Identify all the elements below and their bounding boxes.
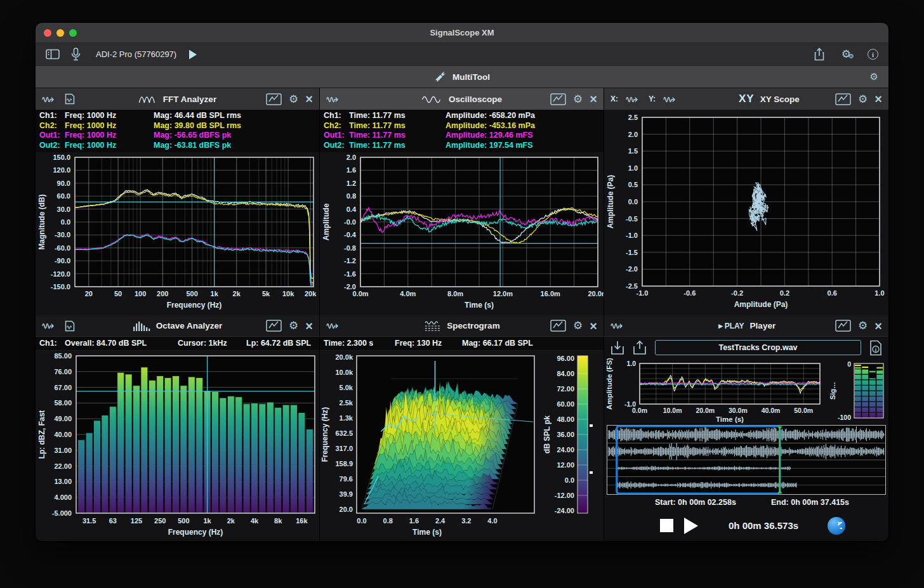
signal-source-icon[interactable]: [42, 321, 57, 330]
loop-button[interactable]: [828, 517, 845, 535]
stop-button[interactable]: [660, 519, 673, 532]
svg-text:16.0m: 16.0m: [541, 290, 560, 297]
svg-text:20.0m: 20.0m: [696, 407, 715, 414]
svg-text:49.00: 49.00: [54, 415, 72, 422]
svg-text:Magnitude (dB): Magnitude (dB): [37, 194, 46, 249]
svg-text:4.0: 4.0: [487, 517, 497, 525]
play-button[interactable]: [684, 518, 698, 534]
panel-player: ►PLAY Player ⚙ × TestTracks Crop.wav i: [604, 315, 888, 541]
sidebar-toggle-icon[interactable]: [46, 49, 60, 60]
panel-spectrogram: Spectrogram ⚙ × Time: 2.300 s Freq: 130 …: [320, 315, 604, 541]
minimize-window-button[interactable]: [56, 29, 64, 37]
octave-header: Octave Analyzer ⚙ ×: [36, 315, 319, 337]
octave-readout: Ch1: Overall: 84.70 dB SPL Cursor: 1kHz …: [36, 337, 319, 351]
signal-source-icon[interactable]: [42, 95, 57, 104]
plot-options-button[interactable]: [550, 320, 566, 332]
oscilloscope-chart[interactable]: -2.0-1.6-1.2-0.8-0.4-0.00.40.81.21.62.00…: [320, 152, 604, 315]
svg-text:100: 100: [135, 290, 146, 297]
input-device-label[interactable]: ADI-2 Pro (57760297): [96, 49, 176, 59]
svg-text:1k: 1k: [211, 290, 219, 297]
signal-source-icon[interactable]: [326, 321, 341, 330]
plot-options-button[interactable]: [266, 93, 282, 105]
y-signal-source-icon[interactable]: [663, 95, 678, 104]
oscilloscope-readouts: Ch1:Time: 11.77 msAmplitude: -658.20 mPa…: [320, 110, 604, 152]
octave-chart[interactable]: 85.0076.0067.0058.0049.0040.0031.0022.00…: [36, 351, 319, 541]
start-analyzer-play-icon[interactable]: [188, 49, 198, 60]
xy-settings-icon[interactable]: ⚙: [858, 94, 868, 105]
readout-row: Ch2:Time: 11.77 msAmplitude: -453.16 mPa: [324, 121, 600, 131]
svg-text:Amplitude (Pa): Amplitude (Pa): [606, 175, 615, 229]
oscilloscope-settings-icon[interactable]: ⚙: [573, 94, 583, 105]
svg-text:2.0: 2.0: [346, 154, 356, 161]
player-close-icon[interactable]: ×: [874, 320, 882, 332]
plot-options-button[interactable]: [266, 320, 282, 332]
info-icon[interactable]: i: [868, 49, 878, 60]
svg-text:84.00: 84.00: [557, 370, 574, 377]
window-title: SignalScope XM: [36, 28, 888, 37]
svg-text:0.5: 0.5: [628, 181, 638, 188]
plot-options-button[interactable]: [835, 93, 851, 105]
main-toolbar: ADI-2 Pro (57760297) ⚙⚙ i: [36, 43, 888, 66]
panel-xy-scope: X: Y: XY XY Scope ⚙ × -2.5-2.: [604, 88, 888, 315]
plot-options-button[interactable]: [835, 320, 851, 332]
spectrogram-settings-icon[interactable]: ⚙: [573, 320, 583, 331]
fft-close-icon[interactable]: ×: [305, 93, 313, 105]
svg-text:120.0: 120.0: [53, 166, 70, 174]
svg-text:8k: 8k: [274, 517, 282, 525]
xy-chart[interactable]: -2.5-2.0-1.5-1.0-0.50.00.51.01.52.02.5-1…: [604, 110, 888, 315]
fft-readouts: Ch1:Freq: 1000 HzMag: 46.44 dB SPL rmsCh…: [36, 110, 319, 152]
window-controls: [44, 29, 77, 37]
fft-header: FFT Analyzer ⚙ ×: [36, 88, 319, 110]
octave-close-icon[interactable]: ×: [305, 320, 313, 332]
export-file-icon[interactable]: [633, 340, 647, 355]
fft-settings-icon[interactable]: ⚙: [289, 94, 298, 105]
svg-text:12.0m: 12.0m: [493, 290, 513, 297]
readout-row: Ch1:Time: 11.77 msAmplitude: -658.20 mPa: [324, 111, 600, 121]
octave-readout-overall: Overall: 84.70 dB SPL: [65, 338, 178, 348]
svg-text:58.00: 58.00: [54, 399, 72, 407]
data-recorder-icon[interactable]: [65, 93, 75, 105]
player-header: ►PLAY Player ⚙ ×: [604, 315, 888, 337]
spectrogram-close-icon[interactable]: ×: [590, 320, 597, 332]
svg-text:0: 0: [847, 360, 851, 368]
microphone-icon[interactable]: [71, 48, 81, 62]
share-icon[interactable]: [814, 48, 825, 61]
close-window-button[interactable]: [44, 29, 51, 37]
file-info-icon[interactable]: i: [869, 340, 882, 356]
svg-text:2.4: 2.4: [435, 517, 446, 525]
multitool-settings-icon[interactable]: ⚙: [870, 72, 878, 82]
plot-options-button[interactable]: [550, 93, 566, 105]
octave-title: Octave Analyzer: [133, 321, 223, 331]
readout-row: Out1:Time: 11.77 msAmplitude: 129.46 mFS: [324, 131, 600, 141]
spectrogram-chart[interactable]: 20.0k10.0k5.0k2.5k1.3k632.5317.0158.979.…: [320, 351, 604, 541]
import-file-icon[interactable]: [610, 340, 624, 355]
loaded-file-name[interactable]: TestTracks Crop.wav: [655, 340, 861, 355]
svg-text:-150.0: -150.0: [51, 283, 70, 291]
signal-source-icon[interactable]: [610, 321, 626, 330]
player-waveform-overview[interactable]: [607, 425, 886, 495]
xy-close-icon[interactable]: ×: [874, 93, 882, 105]
selection-end-label: End: 0h 00m 37.415s: [771, 498, 849, 507]
svg-text:0.8: 0.8: [383, 517, 393, 525]
svg-text:-100: -100: [838, 414, 851, 421]
svg-text:22.00: 22.00: [54, 462, 72, 470]
oscilloscope-header: Oscilloscope ⚙ ×: [320, 88, 604, 110]
svg-text:0.0: 0.0: [628, 198, 638, 206]
panel-oscilloscope: Oscilloscope ⚙ × Ch1:Time: 11.77 msAmpli…: [320, 88, 604, 315]
data-recorder-icon[interactable]: [65, 320, 75, 332]
svg-text:1.2: 1.2: [346, 180, 356, 187]
player-settings-icon[interactable]: ⚙: [858, 320, 868, 331]
fft-chart[interactable]: -150.0-120.0-90.0-60.0-30.00.030.060.090…: [36, 152, 319, 315]
signal-source-icon[interactable]: [326, 95, 341, 104]
zoom-window-button[interactable]: [69, 29, 77, 37]
oscilloscope-close-icon[interactable]: ×: [590, 93, 597, 105]
app-settings-icon[interactable]: ⚙⚙: [842, 49, 851, 60]
octave-settings-icon[interactable]: ⚙: [289, 320, 298, 331]
player-signal-chart[interactable]: 1.0-1.00.0m10.0m20.0m30.0m40.0m50.0mTime…: [604, 358, 828, 423]
octave-readout-cursor: Cursor: 1kHz: [178, 338, 246, 348]
svg-text:20.0: 20.0: [340, 506, 353, 513]
svg-text:Time (s): Time (s): [716, 415, 744, 423]
x-signal-source-icon[interactable]: [626, 95, 641, 104]
spectrogram-readout-time: Time: 2.300 s: [324, 338, 395, 348]
svg-text:2k: 2k: [227, 517, 235, 525]
